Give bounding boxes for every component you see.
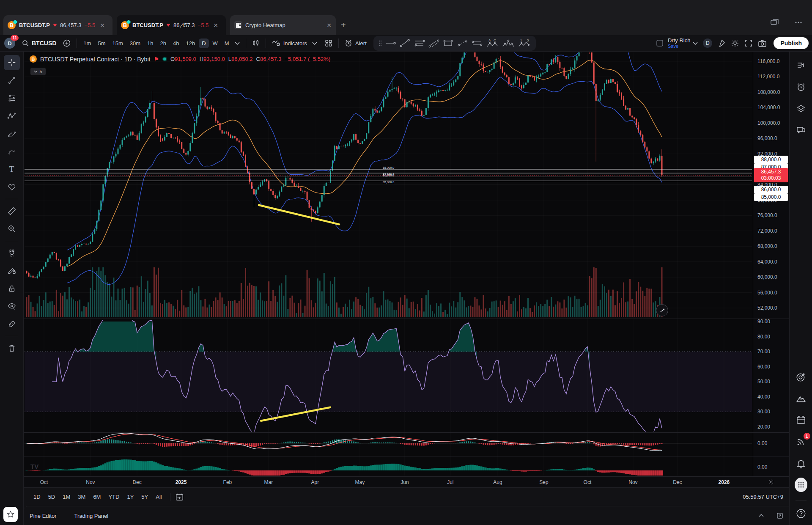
price-level-label[interactable]: 85,000.0 xyxy=(754,193,788,201)
interval-1h[interactable]: 1h xyxy=(144,38,156,48)
alerts-clock-icon[interactable] xyxy=(795,81,807,93)
camera-snapshot-icon[interactable] xyxy=(755,39,769,47)
top-movers-icon[interactable] xyxy=(795,392,807,405)
exchange-logo-watermark[interactable] xyxy=(656,304,668,316)
session-clock[interactable]: 05:59:57 UTC+9 xyxy=(743,494,783,500)
alert-button[interactable]: Alert xyxy=(342,39,369,47)
ink-tool-icon[interactable] xyxy=(715,39,728,47)
layout-name-widget[interactable]: Drty Rich Save xyxy=(668,38,690,49)
price-chart-svg[interactable]: 88,000.087,000.086,000.085,000.0TV xyxy=(24,52,753,476)
favorites-star-button[interactable] xyxy=(3,507,18,522)
watchlist-icon[interactable] xyxy=(795,59,807,72)
crosshair-tool-icon[interactable] xyxy=(4,55,20,70)
settings-gear-icon[interactable] xyxy=(728,39,742,47)
measure-ruler-icon[interactable] xyxy=(4,203,20,219)
parallel-lines-tool-icon[interactable] xyxy=(413,38,426,48)
pane-separator[interactable] xyxy=(24,456,789,456)
panel-maximize-icon[interactable] xyxy=(776,512,783,519)
emoji-heart-tool-icon[interactable] xyxy=(4,179,20,195)
projection-tool-icon[interactable] xyxy=(456,38,469,48)
more-menu-icon[interactable] xyxy=(794,19,803,26)
app-grid-button[interactable] xyxy=(795,478,807,491)
abcd-pattern-tool-icon[interactable]: AC xyxy=(485,38,499,48)
range-6M[interactable]: 6M xyxy=(89,492,104,502)
horizontal-line-tool-icon[interactable] xyxy=(384,38,397,48)
zoom-in-tool-icon[interactable] xyxy=(4,221,20,236)
timezone-settings-icon[interactable] xyxy=(768,479,774,485)
range-YTD[interactable]: YTD xyxy=(104,492,123,502)
lock-all-drawings-icon[interactable] xyxy=(4,281,20,296)
ideas-target-icon[interactable] xyxy=(795,371,807,383)
drag-handle-icon[interactable] xyxy=(378,40,383,47)
chart-legend[interactable]: B BTCUSDT Perpetual Contract · 1D · Bybi… xyxy=(30,55,330,63)
interval-12h[interactable]: 12h xyxy=(183,38,198,48)
chat-icon[interactable] xyxy=(795,124,807,137)
help-icon[interactable] xyxy=(795,507,807,520)
new-tab-button[interactable]: + xyxy=(341,20,346,30)
chart-type-icon[interactable] xyxy=(250,39,262,47)
prediction-tool-icon[interactable] xyxy=(4,126,20,141)
interval-M[interactable]: M xyxy=(222,38,232,48)
range-1M[interactable]: 1M xyxy=(59,492,74,502)
compare-add-icon[interactable] xyxy=(60,39,73,47)
price-axis[interactable]: 86,457.3 03:00:03 116,000.0112,000.0108,… xyxy=(753,52,789,476)
text-tool-icon[interactable]: T xyxy=(4,162,20,177)
legend-collapse-badge[interactable]: 5 xyxy=(30,68,46,75)
range-All[interactable]: All xyxy=(152,492,165,502)
interval-1m[interactable]: 1m xyxy=(80,38,94,48)
tab-btcusdt-1[interactable]: B BTCUSDT.P 86,457.3 −5.5 ✕ xyxy=(3,15,112,35)
indicators-button[interactable]: Indicators xyxy=(269,40,310,47)
range-3M[interactable]: 3M xyxy=(74,492,89,502)
xabcd-pattern-icon[interactable] xyxy=(4,108,20,124)
head-shoulders-pattern-tool-icon[interactable] xyxy=(501,38,516,48)
brush-tool-icon[interactable] xyxy=(4,144,20,159)
user-avatar[interactable]: D 11 xyxy=(4,38,15,49)
save-layout-link[interactable]: Save xyxy=(668,44,690,49)
go-to-date-icon[interactable] xyxy=(175,493,184,501)
pane-separator[interactable] xyxy=(24,319,789,319)
trading-panel-button[interactable]: Trading Panel xyxy=(74,513,108,519)
trend-line-tool-icon[interactable] xyxy=(399,38,411,48)
sync-drawings-link-icon[interactable] xyxy=(4,316,20,332)
interval-D[interactable]: D xyxy=(199,38,208,48)
interval-2h[interactable]: 2h xyxy=(157,38,169,48)
symbol-search[interactable]: BTCUSD xyxy=(22,40,56,47)
publish-button[interactable]: Publish xyxy=(774,37,809,49)
interval-15m[interactable]: 15m xyxy=(109,38,126,48)
drawing-mode-lock-icon[interactable] xyxy=(4,263,20,278)
close-tab-icon[interactable]: ✕ xyxy=(326,22,332,29)
close-tab-icon[interactable]: ✕ xyxy=(100,22,105,29)
fullscreen-icon[interactable] xyxy=(742,39,755,47)
layout-avatar-badge[interactable]: D xyxy=(703,38,712,48)
remove-drawings-trash-icon[interactable] xyxy=(4,341,20,356)
object-tree-layers-icon[interactable] xyxy=(795,102,807,115)
layout-chevron-icon[interactable] xyxy=(690,41,700,45)
tab-overview-icon[interactable] xyxy=(771,19,779,26)
tab-crypto-heatmap[interactable]: Crypto Heatmap ✕ xyxy=(230,15,336,35)
tab-btcusdt-2[interactable]: B BTCUSDT.P 86,457.3 −5.5 ✕ xyxy=(117,15,226,35)
interval-4h[interactable]: 4h xyxy=(170,38,182,48)
price-level-label[interactable]: 88,000.0 xyxy=(754,156,788,163)
close-tab-icon[interactable]: ✕ xyxy=(213,22,218,29)
interval-30m[interactable]: 30m xyxy=(127,38,143,48)
interval-W[interactable]: W xyxy=(210,38,221,48)
hide-drawings-eye-icon[interactable] xyxy=(4,299,20,314)
economic-calendar-icon[interactable] xyxy=(795,414,807,426)
time-axis[interactable]: OctNovDec2025FebMarAprMayJunJulAugSepOct… xyxy=(24,476,789,487)
pine-editor-button[interactable]: Pine Editor xyxy=(30,513,57,519)
pane-separator[interactable] xyxy=(24,432,789,433)
interval-chevron-icon[interactable] xyxy=(232,41,242,45)
fib-retracement-icon[interactable] xyxy=(4,91,20,106)
regression-trend-tool-icon[interactable] xyxy=(428,38,440,48)
elliott-wave-tool-icon[interactable]: 15 xyxy=(517,38,532,48)
parallel-channel-tool-icon[interactable] xyxy=(471,38,483,48)
layout-grid-icon[interactable] xyxy=(322,39,335,47)
streams-broadcast-icon[interactable]: 1 xyxy=(795,435,807,448)
chart-area[interactable]: 88,000.087,000.086,000.085,000.0TV B BTC… xyxy=(24,52,753,476)
rectangle-tool-icon[interactable] xyxy=(442,38,455,48)
magnet-tool-icon[interactable] xyxy=(4,245,20,261)
range-5Y[interactable]: 5Y xyxy=(137,492,152,502)
interval-5m[interactable]: 5m xyxy=(95,38,108,48)
indicators-chevron-icon[interactable] xyxy=(310,41,320,45)
layout-checkbox[interactable] xyxy=(656,39,664,47)
